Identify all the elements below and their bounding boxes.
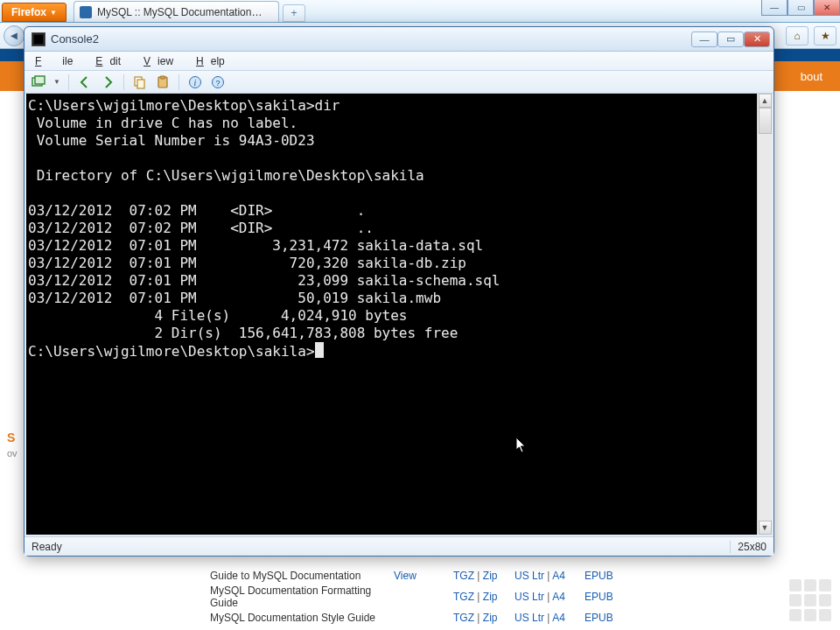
close-button[interactable]: ✕ <box>814 0 840 16</box>
video-watermark-icon <box>789 579 831 621</box>
usltr-link[interactable]: US Ltr <box>514 591 544 603</box>
maximize-button[interactable]: ▭ <box>788 0 814 16</box>
svg-text:i: i <box>194 78 197 88</box>
menu-view[interactable]: View <box>136 53 187 69</box>
mysql-favicon-icon <box>80 6 92 18</box>
menu-edit[interactable]: Edit <box>88 53 135 69</box>
side-advert-fragment: M N S ov <box>7 398 23 461</box>
bookmark-button[interactable]: ★ <box>814 26 836 46</box>
firefox-label: Firefox <box>11 6 46 18</box>
a4-link[interactable]: A4 <box>552 591 565 603</box>
firefox-titlebar: Firefox ▼ MySQL :: MySQL Documentation: … <box>0 0 840 23</box>
zip-link[interactable]: Zip <box>483 570 498 582</box>
paste-button[interactable] <box>154 74 172 91</box>
back-button[interactable]: ◄ <box>4 25 24 46</box>
a4-link[interactable]: A4 <box>552 570 565 582</box>
copy-button[interactable] <box>131 74 149 91</box>
menu-edit-label: dit <box>102 53 128 69</box>
terminal-viewport[interactable]: C:\Users\wjgilmore\Desktop\sakila>dir Vo… <box>26 94 757 535</box>
maximize-button[interactable]: ▭ <box>718 32 744 47</box>
nav-fragment: bout <box>801 70 822 83</box>
usltr-link[interactable]: US Ltr <box>514 612 544 624</box>
epub-link[interactable]: EPUB <box>584 570 613 582</box>
info-button[interactable]: i <box>186 74 204 91</box>
terminal-cursor-icon <box>315 342 324 358</box>
chevron-down-icon: ▼ <box>50 9 57 17</box>
sliver-line: N <box>7 414 23 430</box>
close-button[interactable]: ✕ <box>744 32 770 47</box>
usltr-link[interactable]: US Ltr <box>514 570 544 582</box>
epub-link[interactable]: EPUB <box>584 591 613 603</box>
status-dimensions: 25x80 <box>730 541 766 553</box>
prev-tab-button[interactable] <box>76 74 94 91</box>
doc-title: Guide to MySQL Documentation <box>210 570 394 582</box>
new-tab-button[interactable] <box>30 74 47 91</box>
dropdown-icon[interactable]: ▼ <box>52 74 61 91</box>
browser-tab[interactable]: MySQL :: MySQL Documentation: Other ... <box>74 1 279 22</box>
epub-link[interactable]: EPUB <box>584 612 613 624</box>
next-tab-button[interactable] <box>99 74 116 91</box>
svg-rect-3 <box>137 80 144 88</box>
scroll-up-icon[interactable]: ▲ <box>759 94 772 108</box>
console2-toolbar: ▼ i ? <box>24 71 774 94</box>
help-button[interactable]: ? <box>209 74 227 91</box>
view-link[interactable]: View <box>394 570 416 582</box>
menu-view-label: iew <box>150 53 180 69</box>
sliver-line: ov <box>7 445 23 461</box>
console2-body: C:\Users\wjgilmore\Desktop\sakila>dir Vo… <box>24 94 774 536</box>
minimize-button[interactable]: — <box>761 0 788 16</box>
menu-help[interactable]: Help <box>189 53 239 69</box>
a4-link[interactable]: A4 <box>552 612 565 624</box>
zip-link[interactable]: Zip <box>483 591 498 603</box>
zip-link[interactable]: Zip <box>483 612 498 624</box>
new-tab-button[interactable]: + <box>283 4 305 22</box>
firefox-menu-button[interactable]: Firefox ▼ <box>2 3 66 22</box>
table-row: MySQL Documentation Style Guide TGZ | Zi… <box>210 607 637 628</box>
console-icon <box>32 32 46 46</box>
sliver-line: S <box>7 430 23 445</box>
tgz-link[interactable]: TGZ <box>453 570 474 582</box>
window-controls: — ▭ ✕ <box>761 0 840 16</box>
sliver-line: M <box>7 398 23 414</box>
status-ready: Ready <box>32 541 62 553</box>
tgz-link[interactable]: TGZ <box>453 612 474 624</box>
terminal-prompt: C:\Users\wjgilmore\Desktop\sakila> <box>28 343 315 360</box>
doc-title: MySQL Documentation Formatting Guide <box>210 584 394 609</box>
console2-titlebar[interactable]: Console2 — ▭ ✕ <box>24 27 774 52</box>
console2-statusbar: Ready 25x80 <box>24 536 774 556</box>
console2-window-controls: — ▭ ✕ <box>691 32 770 47</box>
svg-rect-1 <box>35 76 45 84</box>
menu-file[interactable]: File <box>28 53 87 69</box>
svg-rect-5 <box>160 76 165 79</box>
scroll-thumb[interactable] <box>759 108 772 134</box>
documentation-table: Guide to MySQL Documentation View TGZ | … <box>210 565 637 628</box>
table-row: Guide to MySQL Documentation View TGZ | … <box>210 565 637 586</box>
table-row: MySQL Documentation Formatting Guide TGZ… <box>210 586 637 607</box>
doc-title: MySQL Documentation Style Guide <box>210 612 394 624</box>
minimize-button[interactable]: — <box>691 32 718 47</box>
console2-window: Console2 — ▭ ✕ File Edit View Help ▼ <box>24 26 774 556</box>
scroll-down-icon[interactable]: ▼ <box>759 521 772 535</box>
menu-help-label: elp <box>204 53 232 69</box>
svg-text:?: ? <box>215 79 220 88</box>
tgz-link[interactable]: TGZ <box>453 591 474 603</box>
console2-menubar: File Edit View Help <box>24 52 774 71</box>
console2-title: Console2 <box>51 32 99 46</box>
home-button[interactable]: ⌂ <box>786 26 808 46</box>
terminal-output: C:\Users\wjgilmore\Desktop\sakila>dir Vo… <box>28 97 500 341</box>
menu-file-label: ile <box>55 53 80 69</box>
tab-title: MySQL :: MySQL Documentation: Other ... <box>97 6 263 18</box>
scrollbar[interactable]: ▲ ▼ <box>757 94 772 535</box>
